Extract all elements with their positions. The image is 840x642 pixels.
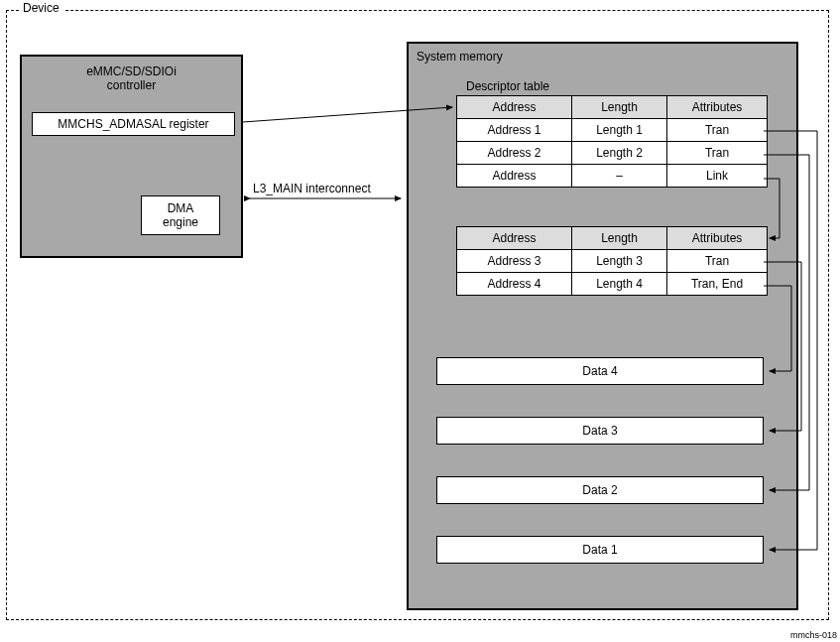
dma-line1: DMA (168, 201, 194, 215)
cell-address: Address 1 (457, 119, 572, 142)
cell-length: Length 4 (572, 273, 667, 296)
data-buffer-3: Data 3 (436, 417, 764, 445)
data-buffer-2: Data 2 (436, 476, 764, 504)
cell-length: – (572, 165, 667, 188)
cell-address: Address 4 (457, 273, 572, 296)
descriptor-table-1: Address Length Attributes Address 1 Leng… (456, 95, 768, 188)
table-row: Address Length Attributes (457, 227, 768, 250)
interconnect-label: L3_MAIN interconnect (253, 182, 371, 195)
cell-attr: Tran (667, 142, 768, 165)
controller-title: eMMC/SD/SDIOi controller (22, 64, 241, 92)
cell-address: Address 2 (457, 142, 572, 165)
cell-attr: Link (667, 165, 768, 188)
table-row: Address 4 Length 4 Tran, End (457, 273, 768, 296)
admasal-register: MMCHS_ADMASAL register (32, 112, 235, 136)
cell-length: Length 2 (572, 142, 667, 165)
diagram-canvas: Device eMMC/SD/SDIOi controller MMCHS_AD… (0, 0, 840, 642)
device-label: Device (19, 1, 63, 15)
column-header-length: Length (572, 227, 667, 250)
figure-id: mmchs-018 (790, 630, 837, 640)
cell-attr: Tran, End (667, 273, 768, 296)
controller-block: eMMC/SD/SDIOi controller MMCHS_ADMASAL r… (20, 55, 243, 258)
column-header-attributes: Attributes (667, 96, 768, 119)
cell-length: Length 3 (572, 250, 667, 273)
cell-attr: Tran (667, 250, 768, 273)
column-header-attributes: Attributes (667, 227, 768, 250)
table-row: Address 1 Length 1 Tran (457, 119, 768, 142)
data-buffer-4: Data 4 (436, 357, 764, 385)
controller-title-line2: controller (107, 78, 156, 92)
table-row: Address – Link (457, 165, 768, 188)
cell-length: Length 1 (572, 119, 667, 142)
cell-address: Address 3 (457, 250, 572, 273)
system-memory-title: System memory (417, 50, 503, 64)
table-row: Address 3 Length 3 Tran (457, 250, 768, 273)
cell-attr: Tran (667, 119, 768, 142)
column-header-address: Address (457, 96, 572, 119)
controller-title-line1: eMMC/SD/SDIOi (86, 64, 177, 78)
table-row: Address 2 Length 2 Tran (457, 142, 768, 165)
dma-engine: DMA engine (141, 195, 220, 235)
column-header-address: Address (457, 227, 572, 250)
cell-address: Address (457, 165, 572, 188)
data-buffer-1: Data 1 (436, 536, 764, 564)
descriptor-table-label: Descriptor table (466, 79, 549, 93)
dma-line2: engine (163, 215, 198, 229)
table-row: Address Length Attributes (457, 96, 768, 119)
descriptor-table-2: Address Length Attributes Address 3 Leng… (456, 226, 768, 296)
column-header-length: Length (572, 96, 667, 119)
